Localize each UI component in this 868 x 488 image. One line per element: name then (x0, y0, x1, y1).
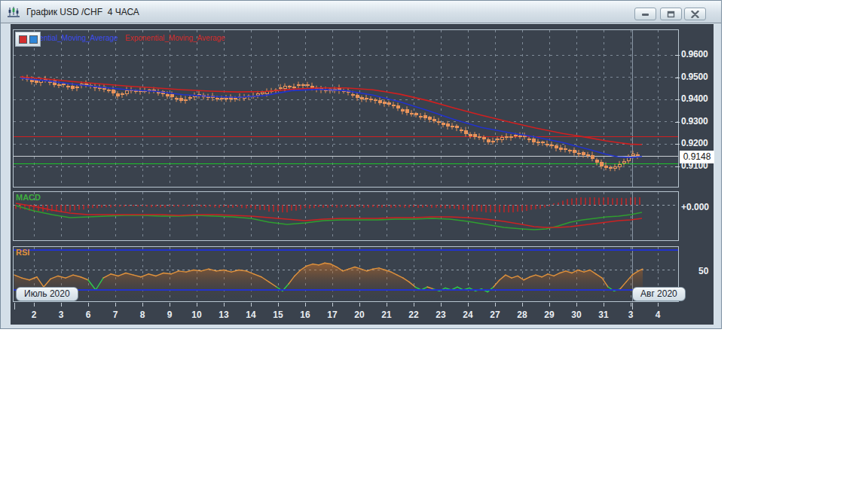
date-axis-tick (142, 303, 143, 307)
date-axis-label: 16 (300, 310, 310, 320)
date-axis-label: 22 (408, 310, 418, 320)
red-indicator-button[interactable] (19, 35, 27, 44)
close-icon (691, 11, 699, 18)
date-axis-label: 3 (628, 310, 634, 320)
macd-label: MACD (16, 193, 41, 202)
date-axis-tick (278, 303, 279, 307)
rsi-label: RSI (16, 248, 29, 257)
restore-button[interactable] (660, 8, 682, 20)
date-axis-label: 27 (490, 310, 500, 320)
minimize-button[interactable] (634, 8, 656, 20)
date-axis-label: 30 (571, 310, 581, 320)
date-axis-tick (251, 303, 252, 307)
date-axis-tick (576, 303, 577, 307)
date-axis-label: 3 (59, 310, 64, 320)
rsi-chart (14, 247, 678, 301)
price-chart-panel[interactable]: Exponential_Moving_Average Exponential_M… (13, 29, 679, 188)
date-axis-tick (658, 303, 659, 307)
date-axis-label: 8 (140, 310, 145, 320)
date-axis-label: 6 (86, 310, 91, 320)
price-axis-tick (675, 55, 680, 56)
price-axis-label: 0.9300 (681, 116, 715, 127)
candlestick-chart-icon (7, 5, 22, 19)
blue-indicator-button[interactable] (29, 35, 38, 44)
minimize-icon (641, 11, 649, 17)
month-axis-tick (14, 303, 15, 310)
rsi-area-fill (14, 263, 643, 301)
date-axis-tick (604, 303, 604, 307)
candlestick-series (21, 75, 639, 171)
macd-signal-line (16, 203, 642, 227)
price-axis-tick (675, 78, 680, 78)
date-axis-label: 14 (246, 310, 255, 320)
price-axis-label: 0.9600 (681, 49, 715, 59)
month-button-august[interactable]: Авг 2020 (632, 287, 686, 301)
date-axis-tick (495, 303, 496, 307)
date-axis-label: 15 (273, 310, 283, 320)
price-axis-label: 0.9400 (681, 93, 715, 104)
close-button[interactable] (684, 8, 706, 20)
date-axis-tick (414, 303, 414, 307)
macd-axis-label: +0.000 (681, 202, 709, 212)
restore-icon (667, 11, 675, 18)
date-axis-tick (332, 303, 333, 307)
date-axis-label: 31 (598, 310, 608, 320)
date-axis-label: 9 (167, 310, 173, 320)
date-axis-label: 7 (113, 310, 118, 320)
rsi-panel[interactable]: RSI (13, 246, 679, 302)
date-axis-tick (468, 303, 469, 307)
macd-panel[interactable]: MACD (13, 191, 679, 241)
date-axis-label: 24 (463, 310, 472, 320)
date-axis-label: 23 (436, 310, 445, 320)
price-axis-tick (675, 144, 680, 145)
date-axis-label: 21 (381, 310, 391, 320)
chart-window: График USD /CHF 4 ЧАСА Exponential_Movin… (0, 0, 722, 329)
date-axis-label: 13 (219, 310, 228, 320)
month-axis-tick (632, 303, 633, 310)
date-axis-label: 2 (32, 310, 37, 320)
date-axis-label: 17 (327, 310, 337, 320)
candlestick-chart (14, 30, 678, 187)
date-axis-tick (34, 303, 35, 307)
date-axis-tick (224, 303, 225, 307)
date-axis-tick (549, 303, 550, 307)
date-axis-tick (522, 303, 523, 307)
date-axis-label: 28 (517, 310, 527, 320)
date-axis-label: 20 (354, 310, 364, 320)
price-axis-label: 0.9100 (681, 160, 715, 171)
date-axis-tick (88, 303, 89, 307)
price-axis-tick (675, 99, 680, 100)
date-axis-label: 10 (191, 310, 201, 320)
price-axis-tick (675, 166, 680, 167)
indicator-buttons-panel (15, 32, 41, 47)
date-axis-tick (359, 303, 360, 307)
date-axis-tick (631, 303, 631, 307)
price-axis-label: 0.9200 (681, 138, 715, 148)
date-axis-tick (115, 303, 116, 307)
macd-chart (14, 192, 678, 240)
month-button-july[interactable]: Июль 2020 (16, 287, 78, 301)
date-axis-tick (441, 303, 442, 307)
ema-red-line (20, 77, 642, 145)
date-axis-tick (305, 303, 306, 307)
date-axis-label: 29 (544, 310, 554, 320)
date-axis-tick (170, 303, 170, 307)
date-axis-tick (387, 303, 387, 307)
ema-red-legend-label: Exponential_Moving_Average (125, 34, 225, 42)
date-axis-label: 4 (656, 310, 661, 320)
date-axis-tick (61, 303, 62, 307)
rsi-axis-label: 50 (698, 266, 708, 276)
price-axis-tick (675, 122, 680, 123)
window-title: График USD /CHF 4 ЧАСА (26, 7, 139, 17)
macd-line (16, 206, 642, 230)
title-bar[interactable]: График USD /CHF 4 ЧАСА (1, 1, 721, 23)
price-axis-label: 0.9500 (681, 72, 715, 82)
date-axis-tick (197, 303, 197, 307)
